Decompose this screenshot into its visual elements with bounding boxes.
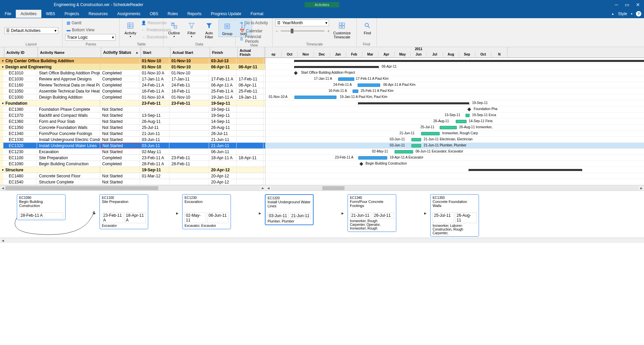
group-button[interactable]: Group [219,20,235,36]
column-activity-name[interactable]: Activity Name [38,47,101,58]
trace-node[interactable]: EC1340Form/Pour Concrete Footings21-Jun-… [348,194,396,232]
calendar-button[interactable]: 📅Calendar [238,28,264,34]
activity-row[interactable]: EC1540Structure CompleteNot Started20-Ap… [0,179,265,185]
svg-rect-0 [128,23,133,28]
column-start[interactable]: Start [141,47,170,58]
activity-row[interactable]: EC1010Start Office Building Addition Pro… [0,70,265,76]
collapse-icon[interactable]: ▾ [2,168,5,172]
activity-row[interactable]: EC1340Form/Pour Concrete FootingsNot Sta… [0,131,265,137]
column-actual-start[interactable]: Actual Start [170,47,210,58]
band-row[interactable]: ▾ Structure19-Sep-1120-Apr-12 [0,167,265,173]
layout-select[interactable]: ☰Default Activities▾ [4,27,58,34]
goto-activity-button[interactable]: ➜Go to Activity [238,20,269,26]
link-arrow-icon: ▸ [176,210,178,216]
activity-row[interactable]: EC1480Concrete Second FloorNot Started01… [0,173,265,179]
menu-obs[interactable]: OBS [145,10,163,18]
trace-node[interactable]: EC1090Begin Building Construction28-Feb-… [17,194,66,220]
trace-node[interactable]: EC1350Concrete Foundation Walls25-Jul-11… [430,194,479,237]
menu-assignments[interactable]: Assignments [113,10,145,18]
table-hscroll[interactable]: ◀▶ [0,185,266,191]
ribbon: ☰Default Activities▾ Layout ▦Gantt ▬Bott… [0,18,644,47]
sort-asc-icon: ▲ [135,51,138,54]
svg-rect-11 [342,23,345,25]
filter-button[interactable]: Filter▾ [184,20,200,39]
activity-row[interactable]: EC1230ExcavationNot Started02-May-1106-J… [0,149,265,155]
menu-progress-update[interactable]: Progress Update [206,10,246,18]
trace-node[interactable]: EC1230Excavation02-May-1106-Jun-11Excava… [182,194,231,229]
menu-roles[interactable]: Roles [163,10,183,18]
column-actual-finish[interactable]: Actual Finish [238,47,265,58]
search-icon [364,22,371,29]
band-row[interactable]: ▾ Foundation23-Feb-1123-Feb-1119-Sep-11 [0,100,265,106]
close-icon[interactable]: ✕ [636,2,640,7]
column-activity-id[interactable]: Activity ID [4,47,38,58]
activity-row[interactable]: EC1000Design Building AdditionCompleted0… [0,94,265,100]
activity-row[interactable]: EC1030Review and Approve DesignsComplete… [0,76,265,82]
menu-activities[interactable]: Activities [16,10,41,18]
activity-row[interactable]: EC1380Foundation Phase CompleteNot Start… [0,106,265,112]
trace-logic-select[interactable]: Trace Logic▾ [65,34,116,41]
chevron-left-icon[interactable]: ◀ [0,239,5,242]
gantt-chart[interactable]: 2011epOctNovDecJanFebMarAprMayJunJulAugS… [266,47,644,185]
collapse-icon[interactable]: ▾ [2,59,5,63]
financial-periods-button[interactable]: 🗓Financial Periods [238,36,270,42]
activity-row[interactable]: EC1360Form and Pour SlabNot Started26-Au… [0,118,265,125]
trace-node[interactable]: EC1100Site Preparation23-Feb-11 A18-Apr-… [99,194,148,229]
svg-rect-9 [226,25,229,28]
band-row[interactable]: ▾ City Center Office Building Addition01… [0,58,265,64]
bottom-view-button[interactable]: ▬Bottom View [65,27,96,33]
svg-rect-13 [342,26,345,28]
collapse-icon[interactable]: ▾ [2,65,5,69]
funnel-icon [206,22,212,29]
timescale-select[interactable]: 🗓Year/Month▾ [275,20,329,26]
trace-logic-pane[interactable]: EC1090Begin Building Construction28-Feb-… [0,191,644,238]
activity-button[interactable]: Activity ▾ [122,20,138,39]
activity-row[interactable]: EC1320Install Underground Water LinesNot… [0,143,265,149]
svg-text:-: - [174,24,176,29]
activity-row[interactable]: EC1050Assemble Technical Data for Heat P… [0,88,265,94]
context-tab: Activities [305,2,339,7]
activity-row[interactable]: EC1330Install Underground Electric Condu… [0,137,265,143]
svg-line-15 [368,26,370,28]
svg-rect-12 [339,26,341,28]
zoom-slider[interactable]: − + [275,28,330,34]
link-arrow-icon: ▸ [93,210,96,216]
style-dropdown[interactable]: ▲ Style ▾ ? [611,11,644,16]
activity-row[interactable]: EC1100Site PreparationCompleted23-Feb-11… [0,155,265,161]
auto-filter-button[interactable]: Auto Filter [201,20,217,40]
menu-format[interactable]: Format [246,10,268,18]
column-activity-status[interactable]: Activity Status▲ [101,47,141,58]
link-arrow-icon: ▸ [341,210,344,216]
find-button[interactable]: Find [359,20,375,36]
menu-wbs[interactable]: WBS [41,10,60,18]
funnel-icon [188,22,195,29]
collapse-icon[interactable]: ▾ [2,102,5,105]
help-icon[interactable]: ? [636,11,641,16]
gantt-button[interactable]: ▦Gantt [65,20,96,26]
gantt-hscroll[interactable]: ◀▶ [266,185,644,191]
activity-row[interactable]: EC1370Backfill and Compact WallsNot Star… [0,112,265,118]
activity-row[interactable]: EC1160Review Technical Data on Heat Pump… [0,82,265,88]
outline-button[interactable]: +- Outline▾ [166,20,182,39]
activity-table: Activity ID Activity Name Activity Statu… [0,47,266,185]
trace-node[interactable]: EC1320Install Underground Water Lines03-… [265,194,314,225]
svg-text:+: + [172,22,174,26]
title-bar: Engineering & Construction.xer - Schedul… [0,0,644,9]
grid-icon [338,22,345,29]
column-finish[interactable]: Finish [210,47,238,58]
menu-projects[interactable]: Projects [60,10,84,18]
activity-row[interactable]: EC1090Begin Building ConstructionComplet… [0,161,265,167]
link-arrow-icon: ▸ [259,210,261,216]
menu-bar: FileActivitiesWBSProjectsResourcesAssign… [0,9,644,18]
menu-resources[interactable]: Resources [84,10,112,18]
outline-icon: +- [171,22,177,29]
menu-file[interactable]: File [0,10,16,18]
svg-rect-10 [339,23,341,25]
bottom-expand-bar[interactable]: ◀ [0,238,644,243]
menu-reports[interactable]: Reports [183,10,206,18]
maximize-icon[interactable]: ▭ [625,2,629,7]
minimize-icon[interactable]: ─ [615,2,618,7]
activity-row[interactable]: EC1350Concrete Foundation WallsNot Start… [0,125,265,131]
customize-timescale-button[interactable]: Customize Timescale [331,20,353,40]
band-row[interactable]: ▾ Design and Engineering01-Nov-1001-Nov-… [0,64,265,70]
